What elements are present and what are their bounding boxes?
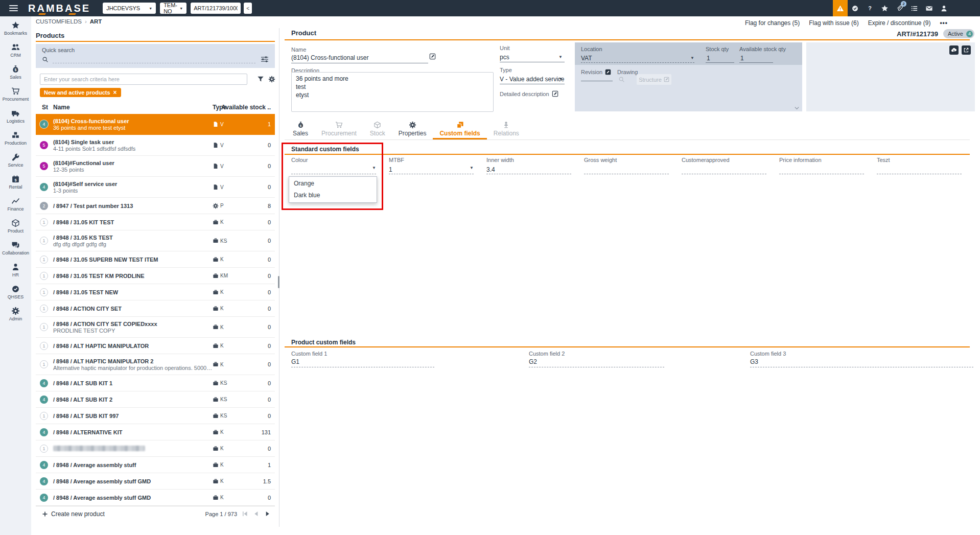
tab-properties[interactable]: Properties xyxy=(392,119,433,139)
table-row[interactable]: 4/ 8948 / ALT SUB KIT 2KS0 xyxy=(36,391,275,408)
sidebar-item-sales[interactable]: $Sales xyxy=(0,65,31,87)
first-page-icon[interactable] xyxy=(242,510,248,517)
chevron-down-icon[interactable]: ▼ xyxy=(558,77,563,81)
settings-gear-icon[interactable] xyxy=(268,76,275,83)
table-row[interactable]: 4(8104)#Self service user1-3 pointsV0 xyxy=(36,177,275,198)
header-action-link[interactable]: Flag for changes (5) xyxy=(745,19,800,27)
filter-sliders-icon[interactable] xyxy=(261,55,269,63)
rambase-logo[interactable]: RAMBASE xyxy=(28,0,90,16)
table-row[interactable]: 1/ 8948 / 31.05 TEST NEWK0 xyxy=(36,284,275,300)
sidebar-item-procurement[interactable]: Procurement xyxy=(0,87,31,109)
next-page-icon[interactable] xyxy=(264,510,271,517)
quick-search[interactable]: Quick search xyxy=(36,44,275,68)
document-id-input[interactable] xyxy=(191,3,241,14)
unit-select[interactable]: pcs xyxy=(500,54,509,61)
user-button[interactable] xyxy=(937,0,951,16)
sidebar-item-service[interactable]: Service xyxy=(0,153,31,175)
table-row[interactable]: 1K0 xyxy=(36,440,275,457)
chevron-down-icon[interactable]: ▼ xyxy=(372,166,376,170)
tab-relations[interactable]: Relations xyxy=(487,119,526,139)
edit-dark-icon[interactable] xyxy=(605,69,611,75)
table-row[interactable]: 1/ 8948 / ALT HAPTIC MANIPULATORK0 xyxy=(36,338,275,354)
prev-page-icon[interactable] xyxy=(253,510,260,517)
header-action-link[interactable]: Expire / discontinue (9) xyxy=(868,19,931,27)
tab-sales[interactable]: $Sales xyxy=(286,119,315,139)
sidebar-item-product[interactable]: Product xyxy=(0,219,31,241)
sidebar-item-bookmarks[interactable]: Bookmarks xyxy=(0,21,31,43)
field-value[interactable]: G3 xyxy=(750,358,973,365)
dropdown-option[interactable]: Dark blue xyxy=(289,190,377,201)
edit-pencil-icon[interactable] xyxy=(429,53,436,60)
sidebar-item-collaboration[interactable]: Collaboration xyxy=(0,241,31,263)
table-row[interactable]: 1/ 8948 / 31.05 TEST KM PRODLINEKM0 xyxy=(36,268,275,284)
sidebar-item-admin[interactable]: Admin xyxy=(0,307,31,329)
help-button[interactable]: ? xyxy=(862,0,877,16)
table-row[interactable]: 1/ 8948 / ACTION CITY SETK0 xyxy=(36,300,275,317)
table-row[interactable]: 1/ 8948 / ACTION CITY SET COPIEDxxxxPROD… xyxy=(36,317,275,338)
upload-image-button[interactable] xyxy=(949,45,959,55)
table-row[interactable]: 5(8104)#Functional user12-35 pointsV0 xyxy=(36,156,275,177)
sidebar-item-logistics[interactable]: Logistics xyxy=(0,109,31,131)
list-button[interactable] xyxy=(907,0,922,16)
chevron-down-icon[interactable]: ▼ xyxy=(558,55,563,59)
open-external-button[interactable] xyxy=(962,45,971,55)
column-st[interactable]: St xyxy=(42,104,48,111)
search-input[interactable] xyxy=(40,74,247,85)
warning-button[interactable] xyxy=(833,0,848,16)
close-icon[interactable]: × xyxy=(113,89,117,96)
collapse-chevron-icon[interactable] xyxy=(794,105,800,111)
column-name[interactable]: Name xyxy=(53,104,70,111)
scrollbar-thumb[interactable] xyxy=(278,276,279,288)
more-actions-icon[interactable]: ••• xyxy=(940,19,948,27)
sidebar-item-finance[interactable]: Finance xyxy=(0,197,31,219)
dropdown-option[interactable]: Orange xyxy=(289,178,377,190)
table-row[interactable]: 1/ 8948 / 31.05 KIT TESTK0 xyxy=(36,214,275,230)
back-button[interactable]: < xyxy=(244,3,252,14)
table-row[interactable]: 5(8104) Single task user4-11 points Solr… xyxy=(36,135,275,156)
tab-procurement[interactable]: Procurement xyxy=(315,119,363,139)
tab-stock[interactable]: Stock xyxy=(363,119,392,139)
table-row[interactable]: 1/ 8948 / ALT SUB KIT 997KS0 xyxy=(36,408,275,424)
field-value-row[interactable] xyxy=(584,165,682,173)
search-icon[interactable] xyxy=(618,76,625,83)
header-action-link[interactable]: Flag with issue (6) xyxy=(809,19,858,27)
field-value[interactable]: G2 xyxy=(529,358,664,365)
table-row[interactable]: 1/ 8948 / ALT HAPTIC MANIPULATOR 2Altern… xyxy=(36,354,275,375)
detailed-description-link[interactable]: Detailed description xyxy=(500,90,558,97)
table-row[interactable]: 4/ 8948 / Average assembly stuff GMDK0 xyxy=(36,490,275,506)
table-row[interactable]: 4(8104) Cross-functional user36 points a… xyxy=(36,114,275,135)
sidebar-item-hr[interactable]: HR xyxy=(0,263,31,285)
field-value-row[interactable] xyxy=(779,165,877,173)
location-select[interactable]: VAT xyxy=(581,55,592,62)
sidebar-item-crm[interactable]: CRM xyxy=(0,43,31,65)
structure-button[interactable]: Structure xyxy=(637,74,671,85)
system-select[interactable]: JHCDEVSYS▼ xyxy=(103,3,156,14)
table-row[interactable]: 4/ 8948 / ALTERNATIVE KITK131 xyxy=(36,424,275,440)
name-field[interactable]: (8104) Cross-functional user xyxy=(291,54,368,61)
field-value-row[interactable] xyxy=(682,165,779,173)
table-row[interactable]: 1/ 8948 / 31.05 SUPERB NEW TEST ITEMK0 xyxy=(36,251,275,268)
menu-icon[interactable] xyxy=(9,5,18,11)
chevron-down-icon[interactable]: ▼ xyxy=(690,56,694,60)
description-textarea[interactable]: 36 points and more test etyst xyxy=(291,72,494,112)
breadcrumb-parent[interactable]: CUSTOMFIELDS xyxy=(36,18,82,25)
sidebar-item-rental[interactable]: $Rental xyxy=(0,175,31,197)
table-row[interactable]: 2/ 8947 / Test part number 1313P8 xyxy=(36,198,275,214)
revision-underline[interactable] xyxy=(581,81,613,81)
field-value-row[interactable]: 1▼ xyxy=(389,165,486,173)
type-select[interactable]: V - Value added service xyxy=(500,76,565,83)
tab-custom-fields[interactable]: Custom fields xyxy=(433,119,486,139)
sidebar-item-production[interactable]: Production xyxy=(0,131,31,153)
star-button[interactable] xyxy=(877,0,892,16)
table-row[interactable]: 4/ 8948 / ALT SUB KIT 1KS0 xyxy=(36,375,275,391)
field-value-row[interactable] xyxy=(877,165,974,173)
field-value-row[interactable]: ▼ xyxy=(291,165,389,173)
sidebar-item-qhses[interactable]: QHSES xyxy=(0,285,31,307)
table-row[interactable]: 1/ 8948 / 31.05 KS TESTdfg dfg dfgdf gdf… xyxy=(36,230,275,251)
table-row[interactable]: 4/ 8948 / Average assembly stuffK1 xyxy=(36,457,275,473)
seal-check-button[interactable] xyxy=(848,0,862,16)
paperclip-button[interactable]: 2 xyxy=(892,0,907,16)
field-value-row[interactable]: 3.4 xyxy=(486,165,584,173)
funnel-icon[interactable] xyxy=(257,76,264,83)
filter-chip[interactable]: New and active products × xyxy=(40,88,121,97)
